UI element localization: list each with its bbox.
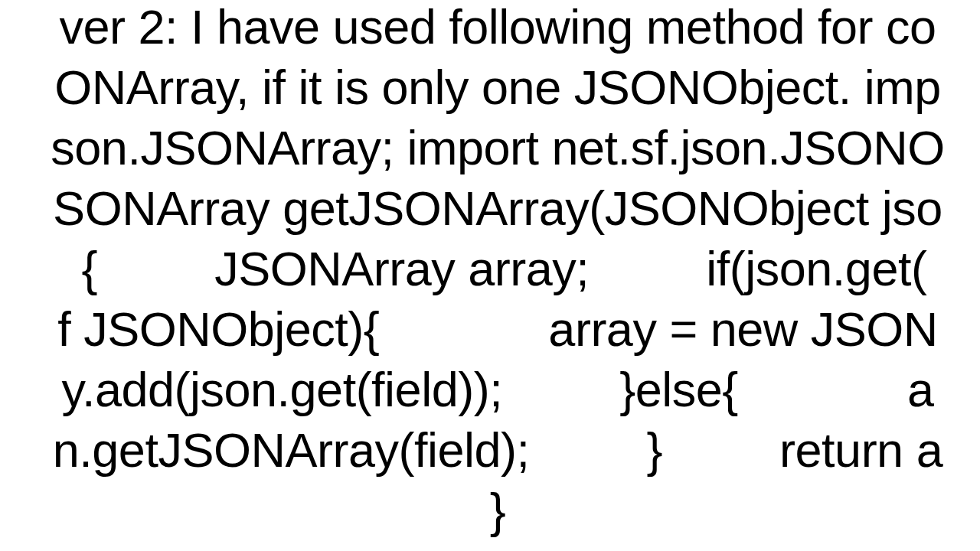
document-viewport: ver 2: I have used following method for …: [0, 0, 980, 551]
document-text: ver 2: I have used following method for …: [0, 0, 980, 541]
